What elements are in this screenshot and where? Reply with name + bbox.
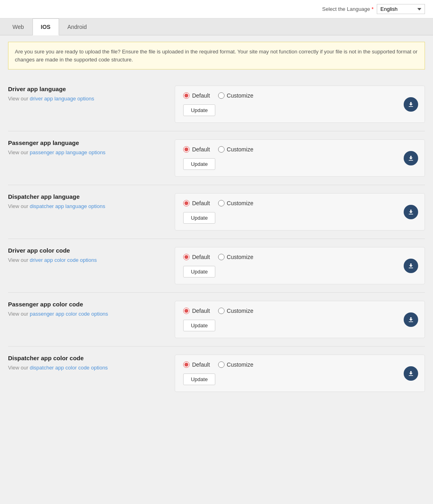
section-right-passenger-app-language: Default Customize Update: [175, 139, 425, 177]
section-title-passenger-app-color: Passenger app color code: [8, 301, 167, 308]
download-icon-passenger-app-language: [407, 155, 415, 162]
radio-customize-input-driver-app-language[interactable]: [218, 92, 225, 99]
radio-customize-input-passenger-app-language[interactable]: [218, 146, 225, 153]
radio-customize-label-dispatcher-app-color: Customize: [227, 361, 253, 368]
section-left-driver-app-color: Driver app color code View our driver ap…: [8, 247, 175, 263]
radio-group-driver-app-color: Default Customize: [183, 254, 417, 260]
section-link-text-dispatcher-app-color: View our dispatcher app color code optio…: [8, 365, 167, 371]
update-button-dispatcher-app-language[interactable]: Update: [183, 212, 215, 224]
section-right-dispatcher-app-language: Default Customize Update: [175, 193, 425, 231]
radio-default-input-passenger-app-color[interactable]: [183, 308, 190, 314]
section-link-text-dispatcher-app-language: View our dispatcher app language options: [8, 203, 167, 209]
tab-ios[interactable]: IOS: [33, 18, 59, 35]
section-title-driver-app-language: Driver app language: [8, 86, 167, 92]
download-button-passenger-app-color[interactable]: [404, 312, 418, 327]
section-left-passenger-app-color: Passenger app color code View our passen…: [8, 301, 175, 317]
radio-group-passenger-app-color: Default Customize: [183, 308, 417, 314]
radio-customize-dispatcher-app-color[interactable]: Customize: [218, 361, 253, 368]
radio-customize-passenger-app-color[interactable]: Customize: [218, 308, 253, 314]
radio-customize-driver-app-language[interactable]: Customize: [218, 92, 253, 99]
download-button-driver-app-language[interactable]: [404, 97, 418, 112]
section-right-passenger-app-color: Default Customize Update: [175, 301, 425, 338]
radio-customize-input-dispatcher-app-language[interactable]: [218, 200, 225, 206]
section-right-driver-app-language: Default Customize Update: [175, 86, 425, 123]
radio-default-dispatcher-app-color[interactable]: Default: [183, 361, 210, 368]
radio-default-label-dispatcher-app-language: Default: [192, 200, 210, 206]
update-button-driver-app-color[interactable]: Update: [183, 266, 215, 278]
section-right-dispatcher-app-color: Default Customize Update: [175, 355, 425, 392]
section-title-passenger-app-language: Passenger app language: [8, 139, 167, 146]
radio-customize-passenger-app-language[interactable]: Customize: [218, 146, 253, 153]
radio-customize-input-passenger-app-color[interactable]: [218, 308, 225, 314]
radio-default-passenger-app-language[interactable]: Default: [183, 146, 210, 153]
download-icon-dispatcher-app-language: [407, 208, 415, 216]
language-label: Select the Language *: [322, 6, 374, 12]
radio-customize-input-dispatcher-app-color[interactable]: [218, 361, 225, 368]
section-left-passenger-app-language: Passenger app language View our passenge…: [8, 139, 175, 155]
section-link-text-passenger-app-language: View our passenger app language options: [8, 149, 167, 155]
warning-box: Are you sure you are ready to upload the…: [8, 42, 425, 69]
warning-text: Are you sure you are ready to upload the…: [15, 49, 417, 63]
sections-container: Driver app language View our driver app …: [8, 78, 425, 400]
language-select[interactable]: English Spanish French: [377, 4, 425, 14]
download-icon-driver-app-language: [407, 101, 415, 108]
section-link-passenger-app-color[interactable]: passenger app color code options: [30, 311, 108, 317]
download-button-passenger-app-language[interactable]: [404, 151, 418, 165]
section-link-dispatcher-app-language[interactable]: dispatcher app language options: [30, 203, 105, 209]
download-button-driver-app-color[interactable]: [404, 259, 418, 273]
section-link-driver-app-language[interactable]: driver app language options: [30, 96, 94, 102]
radio-default-dispatcher-app-language[interactable]: Default: [183, 200, 210, 206]
radio-default-input-passenger-app-language[interactable]: [183, 146, 190, 153]
main-content: Are you sure you are ready to upload the…: [0, 35, 433, 406]
radio-default-passenger-app-color[interactable]: Default: [183, 308, 210, 314]
radio-default-label-driver-app-language: Default: [192, 92, 210, 99]
update-button-driver-app-language[interactable]: Update: [183, 104, 215, 116]
section-link-text-passenger-app-color: View our passenger app color code option…: [8, 311, 167, 317]
radio-group-dispatcher-app-color: Default Customize: [183, 361, 417, 368]
update-button-dispatcher-app-color[interactable]: Update: [183, 373, 215, 385]
section-link-dispatcher-app-color[interactable]: dispatcher app color code options: [30, 365, 108, 371]
section-row-dispatcher-app-language: Dispatcher app language View our dispatc…: [8, 185, 425, 239]
download-icon-passenger-app-color: [407, 316, 415, 323]
radio-group-driver-app-language: Default Customize: [183, 92, 417, 99]
update-button-passenger-app-language[interactable]: Update: [183, 158, 215, 170]
radio-default-input-driver-app-color[interactable]: [183, 254, 190, 260]
section-link-driver-app-color[interactable]: driver app color code options: [30, 257, 97, 263]
radio-customize-label-passenger-app-language: Customize: [227, 146, 253, 153]
section-link-text-driver-app-color: View our driver app color code options: [8, 257, 167, 263]
update-button-passenger-app-color[interactable]: Update: [183, 320, 215, 331]
download-button-dispatcher-app-language[interactable]: [404, 205, 418, 219]
section-link-passenger-app-language[interactable]: passenger app language options: [30, 149, 106, 155]
radio-default-label-passenger-app-color: Default: [192, 308, 210, 314]
radio-default-label-driver-app-color: Default: [192, 254, 210, 260]
section-title-dispatcher-app-color: Dispatcher app color code: [8, 355, 167, 361]
radio-default-input-dispatcher-app-language[interactable]: [183, 200, 190, 206]
tab-android[interactable]: Android: [59, 18, 95, 35]
section-row-passenger-app-language: Passenger app language View our passenge…: [8, 131, 425, 185]
radio-customize-label-driver-app-language: Customize: [227, 92, 253, 99]
section-title-driver-app-color: Driver app color code: [8, 247, 167, 254]
radio-customize-dispatcher-app-language[interactable]: Customize: [218, 200, 253, 206]
section-row-driver-app-language: Driver app language View our driver app …: [8, 78, 425, 131]
radio-default-driver-app-color[interactable]: Default: [183, 254, 210, 260]
section-left-dispatcher-app-language: Dispatcher app language View our dispatc…: [8, 193, 175, 209]
section-left-dispatcher-app-color: Dispatcher app color code View our dispa…: [8, 355, 175, 371]
radio-customize-label-driver-app-color: Customize: [227, 254, 253, 260]
tab-web[interactable]: Web: [4, 18, 33, 35]
radio-customize-driver-app-color[interactable]: Customize: [218, 254, 253, 260]
section-right-driver-app-color: Default Customize Update: [175, 247, 425, 284]
tabs-bar: Web IOS Android: [0, 18, 433, 35]
section-left-driver-app-language: Driver app language View our driver app …: [8, 86, 175, 102]
radio-customize-input-driver-app-color[interactable]: [218, 254, 225, 260]
radio-default-input-dispatcher-app-color[interactable]: [183, 361, 190, 368]
radio-customize-label-dispatcher-app-language: Customize: [227, 200, 253, 206]
radio-default-label-dispatcher-app-color: Default: [192, 361, 210, 368]
radio-default-driver-app-language[interactable]: Default: [183, 92, 210, 99]
download-button-dispatcher-app-color[interactable]: [404, 366, 418, 381]
radio-default-input-driver-app-language[interactable]: [183, 92, 190, 99]
top-bar: Select the Language * English Spanish Fr…: [0, 0, 433, 18]
radio-default-label-passenger-app-language: Default: [192, 146, 210, 153]
radio-group-dispatcher-app-language: Default Customize: [183, 200, 417, 206]
section-row-passenger-app-color: Passenger app color code View our passen…: [8, 293, 425, 347]
download-icon-driver-app-color: [407, 262, 415, 269]
